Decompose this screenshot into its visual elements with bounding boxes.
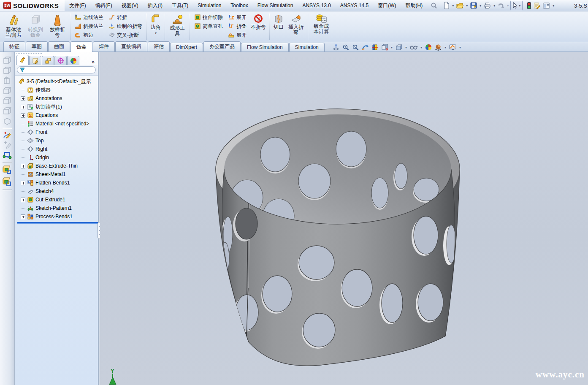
corner-dropdown-icon[interactable]: ▾: [155, 30, 157, 36]
view-cube-5-icon[interactable]: [2, 96, 13, 106]
edit-appearance-icon[interactable]: [424, 43, 433, 52]
feature-box-1-icon[interactable]: [2, 164, 13, 176]
select-dropdown-icon[interactable]: ▾: [518, 4, 521, 8]
tree-item-flatten-bends1[interactable]: Flatten-Bends1: [17, 179, 98, 187]
view-orientation-icon[interactable]: [380, 43, 389, 52]
view-cube-4-icon[interactable]: [2, 86, 13, 96]
save-dropdown-icon[interactable]: ▾: [479, 4, 482, 8]
view-cube-1-icon[interactable]: [2, 55, 13, 65]
flatten-button[interactable]: 展开: [226, 31, 248, 39]
view-cube-2-icon[interactable]: [2, 65, 13, 76]
tab-evaluate[interactable]: 评估: [148, 41, 170, 52]
tab-sketch[interactable]: 草图: [26, 41, 48, 52]
print-dropdown-icon[interactable]: ▾: [493, 4, 496, 8]
taskpane-dropdown-icon[interactable]: ▾: [552, 4, 555, 8]
hem-button[interactable]: 褶边: [73, 31, 105, 39]
tab-direct-editing[interactable]: 直接编辑: [115, 41, 147, 52]
rotate-view-icon[interactable]: [361, 43, 369, 52]
tree-item-cut-extrude1[interactable]: Cut-Extrude1: [17, 195, 98, 204]
display-style-dropdown-icon[interactable]: ▾: [404, 46, 408, 49]
tree-item-top-plane[interactable]: Top: [17, 136, 98, 145]
menu-ansys13[interactable]: ANSYS 13.0: [298, 0, 335, 11]
open-dropdown-icon[interactable]: ▾: [465, 4, 469, 8]
expand-icon[interactable]: [21, 181, 25, 185]
new-document-icon[interactable]: [443, 1, 450, 10]
expand-icon[interactable]: [21, 164, 25, 168]
tree-item-right-plane[interactable]: Right: [17, 145, 98, 153]
jog-button[interactable]: 转折: [107, 14, 144, 21]
previous-view-icon[interactable]: [351, 43, 360, 52]
tab-office-products[interactable]: 办公室产品: [203, 41, 241, 52]
sheet-metal-costing-button[interactable]: 钣金成本计算: [310, 12, 333, 41]
tree-item-sensors[interactable]: 传感器: [17, 86, 98, 94]
tree-filter-box[interactable]: [17, 66, 96, 73]
tab-surfaces[interactable]: 曲面: [48, 41, 70, 52]
menu-tools[interactable]: 工具(T): [167, 0, 193, 11]
tab-dimxpertmanager[interactable]: [54, 56, 67, 65]
menu-simulation[interactable]: Simulation: [193, 0, 226, 11]
menu-insert[interactable]: 插入(I): [143, 0, 167, 11]
apply-scene-icon[interactable]: [434, 43, 442, 52]
hide-show-items-icon[interactable]: [409, 43, 418, 52]
menu-toolbox[interactable]: Toolbox: [226, 0, 252, 11]
apply-scene-dropdown-icon[interactable]: ▾: [444, 46, 447, 49]
view-orientation-dropdown-icon[interactable]: ▾: [390, 46, 393, 49]
sketch-tool-icon[interactable]: [2, 130, 13, 140]
view-cube-6-icon[interactable]: [2, 106, 13, 116]
tree-item-sheet-metal1[interactable]: Sheet-Metal1: [17, 170, 98, 179]
menu-edit[interactable]: 编辑(E): [91, 0, 117, 11]
forming-tool-button[interactable]: 成形工具: [167, 12, 188, 41]
expand-icon[interactable]: [21, 198, 25, 202]
lofted-bend-button[interactable]: 放样折弯: [46, 12, 68, 41]
expand-icon[interactable]: [21, 113, 25, 118]
undo-icon[interactable]: [497, 1, 505, 10]
tree-item-cut-list[interactable]: 切割清单(1): [17, 103, 98, 111]
sketched-bend-button[interactable]: 绘制的折弯: [107, 22, 144, 30]
tab-featuremanager-tree[interactable]: [16, 55, 29, 65]
tab-weldments[interactable]: 焊件: [93, 41, 115, 52]
model-perforated-cylinder[interactable]: Y: [100, 52, 588, 385]
view-settings-icon[interactable]: [448, 43, 457, 52]
menu-help[interactable]: 帮助(H): [401, 0, 428, 11]
view-cube-3-icon[interactable]: [2, 76, 13, 86]
tree-item-front-plane[interactable]: Front: [17, 128, 98, 136]
tab-configurationmanager[interactable]: [42, 56, 54, 65]
unfold-button[interactable]: 展开: [226, 14, 248, 21]
tab-displaymanager[interactable]: [67, 56, 79, 65]
save-icon[interactable]: [469, 1, 478, 10]
view-isometric-icon[interactable]: [2, 116, 13, 126]
view-settings-dropdown-icon[interactable]: ▾: [458, 46, 462, 49]
options-icon[interactable]: [533, 1, 541, 10]
menu-flow-simulation[interactable]: Flow Simulation: [253, 0, 298, 11]
section-view-icon[interactable]: [371, 43, 379, 52]
tree-item-annotations[interactable]: A Annotations: [17, 94, 98, 103]
expand-icon[interactable]: [21, 105, 25, 109]
insert-bends-button[interactable]: 插入折弯: [286, 12, 306, 41]
hide-show-dropdown-icon[interactable]: ▾: [420, 46, 423, 49]
tab-simulation[interactable]: Simulation: [289, 43, 325, 52]
convert-to-sheet-metal-button[interactable]: 转换到钣金: [24, 12, 46, 41]
menu-view[interactable]: 视图(V): [117, 0, 143, 11]
route-line-icon[interactable]: [2, 150, 13, 160]
tree-root-part[interactable]: 3-5 (Default<<Default>_显示: [18, 77, 98, 86]
graphics-viewport[interactable]: Y www.ayc.cn: [100, 52, 588, 385]
no-bends-button[interactable]: 不折弯: [249, 12, 268, 41]
tab-sheet-metal[interactable]: 钣金: [70, 41, 92, 52]
rebuild-icon[interactable]: [526, 1, 532, 10]
tree-item-process-bends1[interactable]: Process-Bends1: [17, 212, 98, 221]
fold-button[interactable]: 折叠: [226, 22, 248, 30]
rollback-bar[interactable]: [17, 222, 98, 223]
menu-file[interactable]: 文件(F): [65, 0, 90, 11]
tab-dimxpert[interactable]: DimXpert: [170, 43, 203, 52]
cross-break-button[interactable]: 交叉-折断: [107, 31, 144, 39]
print-icon[interactable]: [483, 1, 492, 10]
feature-box-2-icon[interactable]: [2, 176, 13, 188]
extruded-cut-button[interactable]: 拉伸切除: [192, 14, 225, 21]
filter-input[interactable]: [27, 68, 90, 73]
tab-propertymanager[interactable]: [29, 56, 41, 65]
menu-window[interactable]: 窗口(W): [373, 0, 401, 11]
expand-icon[interactable]: [21, 214, 25, 219]
tab-features[interactable]: 特征: [3, 41, 25, 52]
new-dropdown-icon[interactable]: ▾: [451, 4, 455, 8]
tree-item-material[interactable]: Material <not specified>: [17, 119, 98, 128]
